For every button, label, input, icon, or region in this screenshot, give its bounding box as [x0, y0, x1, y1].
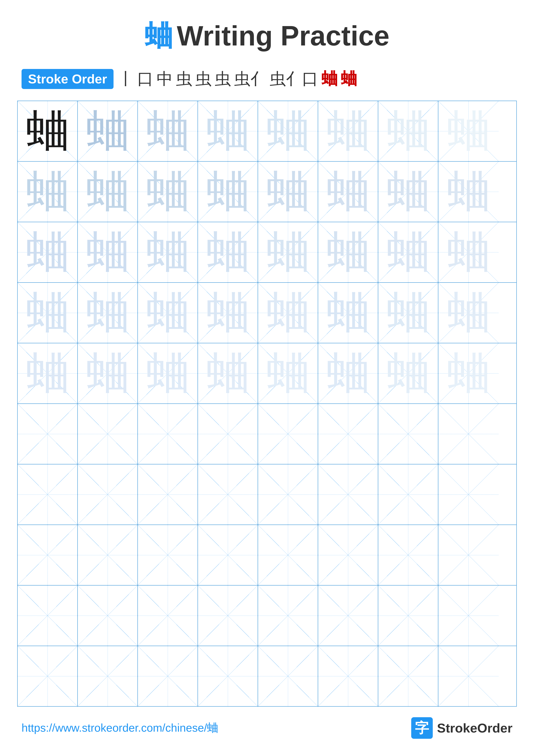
grid-cell-4-2[interactable]: 蛐 [78, 283, 138, 343]
grid-cell-8-2[interactable] [78, 525, 138, 585]
grid-cell-3-8[interactable]: 蛐 [438, 222, 498, 282]
stroke-step-1: 丨 [118, 68, 134, 90]
grid-cell-8-5[interactable] [258, 525, 318, 585]
grid-cell-10-8[interactable] [438, 646, 498, 706]
grid-cell-4-6[interactable]: 蛐 [318, 283, 378, 343]
grid-cell-5-2[interactable]: 蛐 [78, 343, 138, 403]
char-5-7: 蛐 [387, 352, 430, 395]
grid-cell-4-4[interactable]: 蛐 [198, 283, 258, 343]
grid-cell-1-6[interactable]: 蛐 [318, 101, 378, 161]
cell-guide-6-8 [438, 404, 498, 464]
cell-guide-9-5 [258, 585, 318, 646]
grid-cell-1-5[interactable]: 蛐 [258, 101, 318, 161]
grid-cell-3-1[interactable]: 蛐 [18, 222, 78, 282]
grid-cell-7-7[interactable] [378, 464, 438, 525]
cell-guide-8-1 [18, 525, 77, 585]
grid-cell-1-8[interactable]: 蛐 [438, 101, 498, 161]
grid-cell-8-1[interactable] [18, 525, 78, 585]
grid-cell-2-5[interactable]: 蛐 [258, 162, 318, 222]
grid-cell-4-3[interactable]: 蛐 [138, 283, 198, 343]
grid-cell-3-4[interactable]: 蛐 [198, 222, 258, 282]
grid-cell-5-6[interactable]: 蛐 [318, 343, 378, 403]
grid-cell-6-6[interactable] [318, 404, 378, 464]
stroke-order-badge: Stroke Order [21, 69, 114, 89]
grid-cell-5-5[interactable]: 蛐 [258, 343, 318, 403]
grid-cell-9-2[interactable] [78, 585, 138, 646]
cell-guide-7-4 [198, 464, 258, 525]
grid-cell-5-1[interactable]: 蛐 [18, 343, 78, 403]
char-3-3: 蛐 [146, 231, 189, 274]
grid-cell-1-7[interactable]: 蛐 [378, 101, 438, 161]
grid-cell-10-1[interactable] [18, 646, 78, 706]
cell-guide-10-5 [258, 646, 318, 706]
grid-cell-3-5[interactable]: 蛐 [258, 222, 318, 282]
grid-cell-4-1[interactable]: 蛐 [18, 283, 78, 343]
char-2-3: 蛐 [146, 170, 189, 213]
grid-cell-3-7[interactable]: 蛐 [378, 222, 438, 282]
grid-cell-1-3[interactable]: 蛐 [138, 101, 198, 161]
grid-cell-2-4[interactable]: 蛐 [198, 162, 258, 222]
stroke-step-6: 虫 [215, 68, 231, 90]
page-title: 蛐Writing Practice [0, 17, 534, 55]
grid-cell-1-2[interactable]: 蛐 [78, 101, 138, 161]
grid-cell-6-2[interactable] [78, 404, 138, 464]
grid-cell-5-7[interactable]: 蛐 [378, 343, 438, 403]
grid-cell-1-1[interactable]: 蛐 [18, 101, 78, 161]
grid-cell-10-3[interactable] [138, 646, 198, 706]
grid-cell-10-4[interactable] [198, 646, 258, 706]
footer-url[interactable]: https://www.strokeorder.com/chinese/蛐 [21, 720, 218, 736]
grid-cell-2-6[interactable]: 蛐 [318, 162, 378, 222]
grid-cell-8-4[interactable] [198, 525, 258, 585]
grid-cell-9-5[interactable] [258, 585, 318, 646]
grid-cell-6-1[interactable] [18, 404, 78, 464]
grid-cell-2-7[interactable]: 蛐 [378, 162, 438, 222]
grid-cell-1-4[interactable]: 蛐 [198, 101, 258, 161]
grid-row-8 [18, 525, 516, 585]
grid-cell-5-4[interactable]: 蛐 [198, 343, 258, 403]
grid-cell-9-4[interactable] [198, 585, 258, 646]
grid-cell-9-7[interactable] [378, 585, 438, 646]
grid-cell-6-4[interactable] [198, 404, 258, 464]
grid-cell-7-2[interactable] [78, 464, 138, 525]
grid-cell-8-8[interactable] [438, 525, 498, 585]
grid-cell-3-3[interactable]: 蛐 [138, 222, 198, 282]
grid-cell-8-3[interactable] [138, 525, 198, 585]
grid-cell-7-6[interactable] [318, 464, 378, 525]
grid-cell-5-3[interactable]: 蛐 [138, 343, 198, 403]
grid-cell-6-7[interactable] [378, 404, 438, 464]
grid-cell-9-6[interactable] [318, 585, 378, 646]
grid-cell-7-4[interactable] [198, 464, 258, 525]
grid-cell-7-8[interactable] [438, 464, 498, 525]
grid-cell-6-8[interactable] [438, 404, 498, 464]
grid-cell-7-1[interactable] [18, 464, 78, 525]
grid-cell-4-5[interactable]: 蛐 [258, 283, 318, 343]
grid-cell-5-8[interactable]: 蛐 [438, 343, 498, 403]
grid-cell-3-2[interactable]: 蛐 [78, 222, 138, 282]
grid-cell-9-8[interactable] [438, 585, 498, 646]
grid-cell-2-8[interactable]: 蛐 [438, 162, 498, 222]
cell-guide-10-6 [318, 646, 378, 706]
grid-cell-9-1[interactable] [18, 585, 78, 646]
grid-cell-10-2[interactable] [78, 646, 138, 706]
grid-cell-4-7[interactable]: 蛐 [378, 283, 438, 343]
grid-cell-3-6[interactable]: 蛐 [318, 222, 378, 282]
grid-cell-8-6[interactable] [318, 525, 378, 585]
char-2-4: 蛐 [206, 170, 249, 213]
grid-cell-7-5[interactable] [258, 464, 318, 525]
grid-cell-2-3[interactable]: 蛐 [138, 162, 198, 222]
grid-cell-6-3[interactable] [138, 404, 198, 464]
grid-cell-7-3[interactable] [138, 464, 198, 525]
grid-cell-2-1[interactable]: 蛐 [18, 162, 78, 222]
cell-guide-9-6 [318, 585, 378, 646]
grid-row-9 [18, 585, 516, 646]
grid-cell-4-8[interactable]: 蛐 [438, 283, 498, 343]
grid-cell-10-5[interactable] [258, 646, 318, 706]
grid-cell-10-7[interactable] [378, 646, 438, 706]
cell-guide-8-2 [78, 525, 138, 585]
grid-cell-8-7[interactable] [378, 525, 438, 585]
grid-cell-9-3[interactable] [138, 585, 198, 646]
grid-cell-6-5[interactable] [258, 404, 318, 464]
grid-cell-10-6[interactable] [318, 646, 378, 706]
stroke-step-5: 虫 [195, 68, 212, 90]
grid-cell-2-2[interactable]: 蛐 [78, 162, 138, 222]
